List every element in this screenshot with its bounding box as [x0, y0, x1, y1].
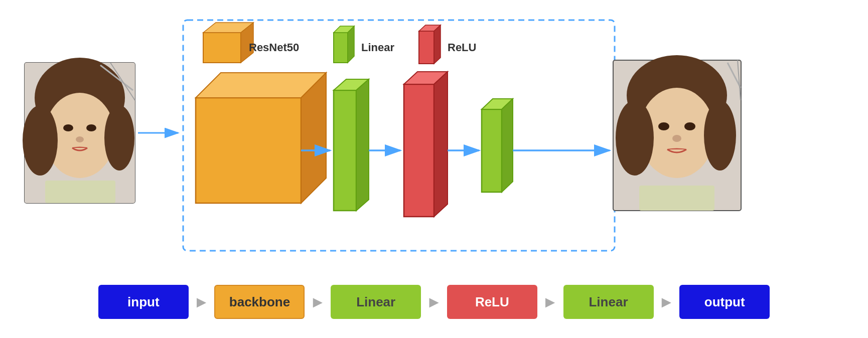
- legend-relu: ReLU: [447, 285, 537, 319]
- svg-rect-9: [45, 181, 115, 203]
- svg-point-3: [45, 93, 115, 178]
- legend-input: input: [98, 285, 189, 319]
- svg-marker-21: [334, 26, 354, 33]
- svg-marker-38: [434, 72, 448, 217]
- legend-area: input ► backbone ► Linear ► ReLU ► Linea…: [0, 266, 868, 338]
- svg-point-2: [35, 58, 125, 138]
- svg-marker-37: [404, 72, 448, 84]
- svg-marker-17: [203, 23, 253, 33]
- svg-marker-30: [301, 73, 326, 203]
- svg-rect-16: [203, 33, 241, 63]
- legend-arrow-1: ►: [194, 293, 210, 311]
- svg-marker-18: [241, 23, 253, 63]
- svg-rect-36: [404, 84, 434, 217]
- legend-arrow-4: ►: [542, 293, 558, 311]
- diagram-area: ResNet50 Linear ReLU: [0, 0, 868, 266]
- svg-rect-24: [419, 31, 434, 64]
- svg-marker-41: [482, 99, 513, 109]
- svg-rect-52: [639, 186, 714, 211]
- svg-rect-32: [334, 90, 356, 211]
- svg-rect-28: [196, 98, 301, 203]
- svg-marker-22: [348, 26, 354, 63]
- legend-linear1: Linear: [331, 285, 421, 319]
- svg-point-7: [86, 124, 96, 131]
- legend-output: output: [679, 285, 770, 319]
- svg-point-51: [672, 135, 681, 142]
- svg-point-8: [76, 136, 84, 142]
- svg-point-5: [104, 105, 134, 171]
- svg-point-46: [639, 88, 714, 178]
- svg-line-53: [728, 63, 741, 88]
- svg-text:Linear: Linear: [361, 41, 394, 54]
- svg-point-49: [658, 122, 669, 130]
- svg-line-54: [738, 60, 741, 100]
- svg-rect-40: [482, 109, 502, 192]
- svg-rect-20: [334, 33, 348, 63]
- svg-point-4: [23, 105, 58, 176]
- main-container: ResNet50 Linear ReLU: [0, 0, 868, 338]
- legend-arrow-2: ►: [310, 293, 326, 311]
- legend-linear2: Linear: [563, 285, 654, 319]
- svg-rect-44: [613, 60, 741, 211]
- svg-marker-26: [434, 25, 441, 64]
- svg-rect-1: [25, 63, 135, 203]
- svg-marker-29: [196, 73, 326, 98]
- svg-marker-34: [356, 79, 369, 211]
- svg-rect-0: [25, 63, 135, 203]
- legend-arrow-5: ►: [659, 293, 675, 311]
- svg-point-6: [63, 124, 73, 131]
- svg-point-47: [616, 100, 654, 176]
- svg-line-11: [110, 63, 135, 100]
- svg-marker-33: [334, 79, 369, 90]
- svg-text:ResNet50: ResNet50: [249, 41, 299, 54]
- svg-line-10: [100, 65, 133, 90]
- svg-rect-15: [183, 20, 615, 251]
- legend-arrow-3: ►: [426, 293, 442, 311]
- svg-point-50: [684, 122, 695, 130]
- svg-point-45: [627, 55, 727, 135]
- svg-text:ReLU: ReLU: [448, 41, 476, 54]
- legend-backbone: backbone: [214, 285, 305, 319]
- svg-point-48: [704, 100, 736, 171]
- svg-marker-42: [502, 99, 513, 192]
- svg-marker-25: [419, 25, 441, 31]
